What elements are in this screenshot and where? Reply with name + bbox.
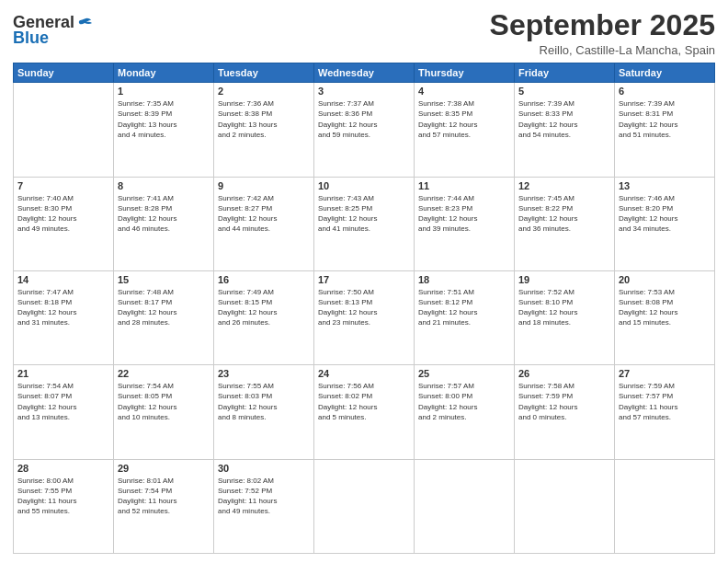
day-number: 7	[17, 180, 109, 191]
table-row: 7Sunrise: 7:40 AMSunset: 8:30 PMDaylight…	[14, 177, 114, 270]
day-info: Sunrise: 7:42 AMSunset: 8:27 PMDaylight:…	[218, 193, 310, 235]
day-info: Sunrise: 7:35 AMSunset: 8:39 PMDaylight:…	[118, 98, 210, 140]
table-row: 20Sunrise: 7:53 AMSunset: 8:08 PMDayligh…	[615, 270, 715, 364]
table-row: 27Sunrise: 7:59 AMSunset: 7:57 PMDayligh…	[615, 365, 715, 459]
table-row: 13Sunrise: 7:46 AMSunset: 8:20 PMDayligh…	[615, 177, 715, 270]
day-number: 3	[318, 86, 410, 97]
day-number: 4	[418, 86, 510, 97]
day-number: 14	[17, 274, 109, 285]
table-row: 24Sunrise: 7:56 AMSunset: 8:02 PMDayligh…	[314, 365, 415, 459]
calendar-header-row: Sunday Monday Tuesday Wednesday Thursday…	[14, 63, 715, 83]
table-row	[515, 459, 615, 553]
day-info: Sunrise: 8:01 AMSunset: 7:54 PMDaylight:…	[118, 476, 210, 517]
day-info: Sunrise: 7:49 AMSunset: 8:15 PMDaylight:…	[218, 287, 310, 328]
day-number: 9	[218, 180, 310, 191]
calendar-week-row: 1Sunrise: 7:35 AMSunset: 8:39 PMDaylight…	[14, 83, 715, 177]
day-number: 12	[518, 180, 610, 191]
day-info: Sunrise: 7:38 AMSunset: 8:35 PMDaylight:…	[418, 98, 510, 140]
table-row: 2Sunrise: 7:36 AMSunset: 8:38 PMDaylight…	[214, 83, 314, 177]
table-row: 3Sunrise: 7:37 AMSunset: 8:36 PMDaylight…	[314, 83, 415, 177]
day-number: 16	[218, 274, 310, 285]
day-number: 13	[619, 180, 711, 191]
day-number: 8	[118, 180, 210, 191]
day-number: 21	[17, 368, 109, 379]
table-row: 21Sunrise: 7:54 AMSunset: 8:07 PMDayligh…	[14, 365, 114, 459]
table-row: 14Sunrise: 7:47 AMSunset: 8:18 PMDayligh…	[14, 270, 114, 364]
table-row: 16Sunrise: 7:49 AMSunset: 8:15 PMDayligh…	[214, 270, 314, 364]
day-info: Sunrise: 8:02 AMSunset: 7:52 PMDaylight:…	[218, 476, 310, 517]
day-number: 5	[518, 86, 610, 97]
day-info: Sunrise: 7:54 AMSunset: 8:07 PMDaylight:…	[17, 381, 109, 422]
day-number: 28	[17, 463, 109, 474]
table-row	[415, 459, 515, 553]
table-row	[14, 83, 114, 177]
table-row: 15Sunrise: 7:48 AMSunset: 8:17 PMDayligh…	[114, 270, 214, 364]
day-number: 20	[619, 274, 711, 285]
day-number: 22	[118, 368, 210, 379]
day-info: Sunrise: 7:40 AMSunset: 8:30 PMDaylight:…	[17, 193, 109, 235]
logo-bird-icon	[76, 17, 93, 29]
day-number: 24	[318, 368, 410, 379]
day-number: 11	[418, 180, 510, 191]
day-info: Sunrise: 7:55 AMSunset: 8:03 PMDaylight:…	[218, 381, 310, 422]
table-row: 17Sunrise: 7:50 AMSunset: 8:13 PMDayligh…	[314, 270, 415, 364]
table-row: 30Sunrise: 8:02 AMSunset: 7:52 PMDayligh…	[214, 459, 314, 553]
header-tuesday: Tuesday	[214, 63, 314, 83]
day-info: Sunrise: 7:41 AMSunset: 8:28 PMDaylight:…	[118, 193, 210, 235]
day-info: Sunrise: 7:57 AMSunset: 8:00 PMDaylight:…	[418, 381, 510, 422]
header-monday: Monday	[114, 63, 214, 83]
calendar: Sunday Monday Tuesday Wednesday Thursday…	[13, 63, 715, 554]
day-info: Sunrise: 7:51 AMSunset: 8:12 PMDaylight:…	[418, 287, 510, 328]
table-row: 10Sunrise: 7:43 AMSunset: 8:25 PMDayligh…	[314, 177, 415, 270]
day-info: Sunrise: 7:53 AMSunset: 8:08 PMDaylight:…	[619, 287, 711, 328]
day-number: 27	[619, 368, 711, 379]
table-row: 4Sunrise: 7:38 AMSunset: 8:35 PMDaylight…	[415, 83, 515, 177]
subtitle: Reillo, Castille-La Mancha, Spain	[490, 43, 715, 57]
table-row: 9Sunrise: 7:42 AMSunset: 8:27 PMDaylight…	[214, 177, 314, 270]
calendar-week-row: 28Sunrise: 8:00 AMSunset: 7:55 PMDayligh…	[14, 459, 715, 553]
calendar-week-row: 7Sunrise: 7:40 AMSunset: 8:30 PMDaylight…	[14, 177, 715, 270]
calendar-week-row: 14Sunrise: 7:47 AMSunset: 8:18 PMDayligh…	[14, 270, 715, 364]
table-row: 28Sunrise: 8:00 AMSunset: 7:55 PMDayligh…	[14, 459, 114, 553]
day-info: Sunrise: 7:39 AMSunset: 8:31 PMDaylight:…	[619, 98, 711, 140]
table-row: 29Sunrise: 8:01 AMSunset: 7:54 PMDayligh…	[114, 459, 214, 553]
day-info: Sunrise: 7:59 AMSunset: 7:57 PMDaylight:…	[619, 381, 711, 422]
table-row: 12Sunrise: 7:45 AMSunset: 8:22 PMDayligh…	[515, 177, 615, 270]
table-row: 8Sunrise: 7:41 AMSunset: 8:28 PMDaylight…	[114, 177, 214, 270]
day-info: Sunrise: 7:36 AMSunset: 8:38 PMDaylight:…	[218, 98, 310, 140]
table-row: 26Sunrise: 7:58 AMSunset: 7:59 PMDayligh…	[515, 365, 615, 459]
day-info: Sunrise: 7:44 AMSunset: 8:23 PMDaylight:…	[418, 193, 510, 235]
day-info: Sunrise: 7:47 AMSunset: 8:18 PMDaylight:…	[17, 287, 109, 328]
day-number: 10	[318, 180, 410, 191]
logo-blue: Blue	[13, 29, 49, 48]
day-info: Sunrise: 7:52 AMSunset: 8:10 PMDaylight:…	[518, 287, 610, 328]
day-info: Sunrise: 7:39 AMSunset: 8:33 PMDaylight:…	[518, 98, 610, 140]
table-row: 11Sunrise: 7:44 AMSunset: 8:23 PMDayligh…	[415, 177, 515, 270]
table-row: 1Sunrise: 7:35 AMSunset: 8:39 PMDaylight…	[114, 83, 214, 177]
header-thursday: Thursday	[415, 63, 515, 83]
day-info: Sunrise: 8:00 AMSunset: 7:55 PMDaylight:…	[17, 476, 109, 517]
day-number: 29	[118, 463, 210, 474]
day-number: 2	[218, 86, 310, 97]
title-area: September 2025 Reillo, Castille-La Manch…	[490, 9, 715, 57]
day-info: Sunrise: 7:45 AMSunset: 8:22 PMDaylight:…	[518, 193, 610, 235]
table-row	[314, 459, 415, 553]
day-number: 30	[218, 463, 310, 474]
day-info: Sunrise: 7:46 AMSunset: 8:20 PMDaylight:…	[619, 193, 711, 235]
logo: General Blue	[13, 13, 93, 48]
table-row: 19Sunrise: 7:52 AMSunset: 8:10 PMDayligh…	[515, 270, 615, 364]
day-number: 1	[118, 86, 210, 97]
table-row: 6Sunrise: 7:39 AMSunset: 8:31 PMDaylight…	[615, 83, 715, 177]
table-row: 22Sunrise: 7:54 AMSunset: 8:05 PMDayligh…	[114, 365, 214, 459]
day-info: Sunrise: 7:54 AMSunset: 8:05 PMDaylight:…	[118, 381, 210, 422]
day-info: Sunrise: 7:43 AMSunset: 8:25 PMDaylight:…	[318, 193, 410, 235]
day-info: Sunrise: 7:37 AMSunset: 8:36 PMDaylight:…	[318, 98, 410, 140]
header-wednesday: Wednesday	[314, 63, 415, 83]
table-row: 23Sunrise: 7:55 AMSunset: 8:03 PMDayligh…	[214, 365, 314, 459]
table-row: 18Sunrise: 7:51 AMSunset: 8:12 PMDayligh…	[415, 270, 515, 364]
page: General Blue September 2025 Reillo, Cast…	[0, 0, 728, 563]
day-number: 19	[518, 274, 610, 285]
day-info: Sunrise: 7:50 AMSunset: 8:13 PMDaylight:…	[318, 287, 410, 328]
day-number: 17	[318, 274, 410, 285]
header-sunday: Sunday	[14, 63, 114, 83]
